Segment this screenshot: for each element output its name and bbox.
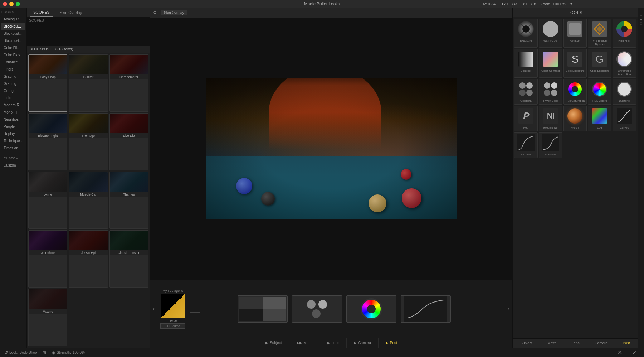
look-thumb-bunker — [69, 55, 107, 74]
skin-overlay-toggle[interactable]: Skin Overlay — [161, 10, 187, 15]
right-tab-subject[interactable]: Subject — [517, 339, 535, 348]
tool-color-contrast[interactable]: Color Contrast — [539, 49, 562, 78]
tool-mojo[interactable]: Mojo II — [564, 106, 587, 131]
tools-title: TOOLS — [567, 10, 582, 15]
look-item-elevator-fight[interactable]: Elevator Fight — [28, 113, 67, 170]
tool-warm-cool[interactable]: Warm/Cool — [539, 19, 562, 48]
tool-hsl-colors[interactable]: HSL Colors — [588, 79, 611, 105]
cancel-button[interactable]: ✕ — [615, 349, 625, 356]
maximize-button[interactable] — [16, 2, 20, 6]
right-tab-matte[interactable]: Matte — [545, 339, 559, 348]
hsl-colors-label: HSL Colors — [592, 99, 607, 103]
scurve-svg — [517, 134, 535, 152]
look-item-frontage[interactable]: Frontage — [69, 113, 108, 170]
sidebar-item-custom[interactable]: Custom — [1, 162, 25, 169]
tool-film-print[interactable]: Film Print — [613, 19, 636, 48]
pipeline-thumb-colorista[interactable] — [292, 295, 342, 323]
look-item-classic-epic[interactable]: Classic Epic — [69, 230, 108, 288]
look-item-muscle-car[interactable]: Muscle Car — [69, 172, 108, 229]
minimize-button[interactable] — [9, 2, 14, 6]
sidebar-item-color-play[interactable]: Color Play — [1, 52, 25, 59]
look-item-body-shop[interactable]: Body Shop — [28, 54, 67, 112]
lens-tab-icon: ▶ — [327, 341, 330, 345]
looks-header: BLOCKBUSTER (13 items) — [27, 46, 150, 53]
look-item-wormhole[interactable]: Wormhole — [28, 230, 67, 288]
look-thumb-chronometer — [110, 55, 148, 74]
sidebar-item-blockbuster[interactable]: Blockbuster — [1, 23, 25, 30]
confirm-button[interactable]: ✓ — [629, 349, 640, 356]
curves-label: Curves — [620, 126, 629, 130]
look-item-classic-tension[interactable]: Classic Tension — [109, 230, 148, 288]
look-item-bunker[interactable]: Bunker — [69, 54, 108, 112]
tool-telecine-net[interactable]: NI Telecine Net — [539, 106, 562, 131]
mojo-label: Mojo II — [571, 126, 579, 130]
source-button[interactable]: ⊞+ Source — [160, 323, 185, 329]
warm-cool-label: Warm/Cool — [543, 39, 558, 43]
tool-duotone[interactable]: Duotone — [613, 79, 636, 105]
sidebar-item-replay[interactable]: Replay — [1, 130, 25, 138]
prebleach-icon — [591, 20, 608, 38]
settings-icon[interactable]: ⚙ — [153, 10, 157, 15]
tool-s-curve[interactable]: S Curve — [514, 132, 538, 158]
sidebar-item-analog-tribe[interactable]: Analog Tribe — [1, 16, 25, 23]
sidebar-item-neighborhood[interactable]: Neighborhood — [1, 116, 25, 123]
sidebar-item-filters[interactable]: Filters — [1, 66, 25, 73]
sidebar-item-blockbuster-warm[interactable]: Blockbuster Warm — [1, 37, 25, 44]
right-tab-camera[interactable]: Camera — [592, 339, 610, 348]
tool-exposure[interactable]: Exposure — [514, 19, 538, 48]
sidebar-item-times-places[interactable]: Times and Places — [1, 145, 25, 152]
tool-curves[interactable]: Curves — [613, 106, 636, 131]
sidebar-item-grunge[interactable]: Grunge — [1, 87, 25, 95]
pipeline-tab-camera[interactable]: ▶ Camera — [347, 338, 379, 348]
pipeline-tab-lens[interactable]: ▶ Lens — [320, 338, 347, 348]
sidebar-item-grading-setups[interactable]: Grading Setups — [1, 80, 25, 87]
look-item-live-die[interactable]: Live Die — [109, 113, 148, 170]
right-tab-lens[interactable]: Lens — [569, 339, 582, 348]
look-item-lynne[interactable]: Lynne — [28, 172, 67, 229]
tool-colorista[interactable]: Colorista — [514, 79, 538, 105]
sidebar-item-indie[interactable]: Indie — [1, 95, 25, 102]
subject-section-empty — [205, 295, 233, 323]
pipeline-thumb-curve[interactable] — [401, 295, 451, 323]
tool-pop[interactable]: P Pop — [514, 106, 538, 131]
tool-pre-bleach[interactable]: Pre Bleach Bypass — [588, 19, 611, 48]
tool-chromatic[interactable]: Chromatic Aberration — [613, 49, 636, 78]
sidebar-item-mono-film-stock[interactable]: Mono Film Stock — [1, 109, 25, 116]
chromatic-icon — [616, 50, 633, 68]
pipeline-tab-post[interactable]: ▶ Post — [379, 338, 404, 348]
tool-hue-sat[interactable]: Hue/Saturation — [564, 79, 587, 105]
tool-lut[interactable]: LUT — [588, 106, 611, 131]
sidebar-item-grading-headstarts[interactable]: Grading Headstarts — [1, 73, 25, 80]
sidebar-item-blockbuster-cool[interactable]: Blockbuster Cool — [1, 30, 25, 37]
look-item-maxine[interactable]: Maxine — [28, 289, 67, 346]
scopes-tab[interactable]: SCOPES — [30, 8, 53, 17]
footage-lut-thumb[interactable] — [161, 294, 185, 318]
tool-shoulder[interactable]: Shoulder — [539, 132, 562, 158]
pipeline-prev-arrow[interactable]: ‹ — [150, 280, 157, 338]
pipeline-tab-subject[interactable]: ▶ Subject — [258, 338, 289, 348]
skin-overlay-tab[interactable]: Skin Overlay — [56, 8, 86, 17]
close-button[interactable] — [3, 2, 7, 6]
tool-grad-exposure[interactable]: G Grad Exposure — [588, 49, 611, 78]
tool-contrast[interactable]: Contrast — [514, 49, 538, 78]
tools-vertical-label: TOOLS — [638, 11, 644, 29]
right-tab-post[interactable]: Post — [620, 339, 633, 348]
pipeline-thumb-hue[interactable] — [346, 295, 396, 323]
remixer-icon — [566, 20, 584, 38]
sidebar-item-techniques[interactable]: Techniques — [1, 138, 25, 145]
pipeline-tab-matte[interactable]: ▶▶ Matte — [289, 338, 320, 348]
sidebar-item-people[interactable]: People — [1, 123, 25, 130]
sidebar-item-modern-romance[interactable]: Modern Romance — [1, 102, 25, 109]
look-item-thames[interactable]: Thames — [109, 172, 148, 229]
sidebar-item-enhancements[interactable]: Enhancements — [1, 59, 25, 66]
look-item-chronometer[interactable]: Chronometer — [109, 54, 148, 112]
look-label-muscle-car: Muscle Car — [69, 192, 107, 197]
pipeline-next-arrow[interactable]: › — [505, 280, 512, 338]
viewer-toolbar: ⚙ Skin Overlay — [150, 8, 512, 18]
preview-image — [206, 78, 457, 219]
pipeline-thumb-1[interactable] — [238, 295, 288, 323]
sidebar-item-color-film-stock[interactable]: Color Film Stock — [1, 44, 25, 52]
tool-spot-exposure[interactable]: S Spot Exposure — [564, 49, 587, 78]
tool-remixer[interactable]: Remixer — [564, 19, 587, 48]
tool-4way-color[interactable]: 4-Way Color — [539, 79, 562, 105]
